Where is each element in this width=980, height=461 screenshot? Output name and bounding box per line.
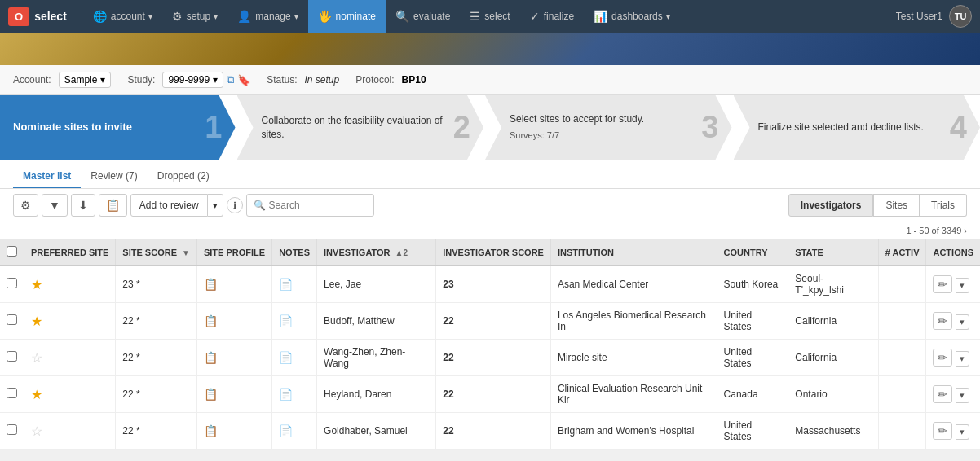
action-edit-btn-4[interactable]: ✏ — [933, 422, 952, 440]
workflow-step-3[interactable]: Select sites to accept for study. Survey… — [485, 95, 732, 160]
study-field: Study: 999-9999 ▾ ⧉ 🔖 — [127, 72, 250, 88]
col-state: STATE — [788, 239, 878, 266]
action-dropdown-btn-3[interactable]: ▾ — [956, 388, 969, 403]
site-profile-icon-0[interactable]: 📋 — [204, 278, 218, 291]
account-dropdown[interactable]: Sample ▾ — [59, 72, 112, 88]
table-row: ★ 22 * 📋 📄 Heyland, Daren 22 Clinical Ev… — [0, 376, 980, 413]
workflow-step-2[interactable]: Collaborate on the feasibility evaluatio… — [237, 95, 484, 160]
row-investigator-1: Budoff, Matthew — [317, 303, 436, 340]
row-state-1: California — [788, 303, 878, 340]
notes-icon-2[interactable]: 📄 — [279, 351, 293, 364]
col-investigator[interactable]: INVESTIGATOR ▲2 — [317, 239, 436, 266]
site-profile-icon-1[interactable]: 📋 — [204, 314, 218, 327]
row-state-3: Ontario — [788, 376, 878, 413]
notes-icon-1[interactable]: 📄 — [279, 314, 293, 327]
nav-setup[interactable]: ⚙ setup ▾ — [162, 0, 227, 33]
row-site-score-1: 22 * — [116, 303, 197, 340]
nav-dashboards[interactable]: 📊 dashboards ▾ — [584, 0, 680, 33]
dashboards-caret-icon: ▾ — [666, 12, 670, 21]
row-checkbox-3[interactable] — [7, 388, 17, 398]
add-review-dropdown-button[interactable]: ▾ — [208, 194, 223, 217]
filter-button[interactable]: ▼ — [42, 194, 68, 217]
workflow-step-1[interactable]: Nominate sites to invite 1 — [0, 95, 236, 160]
nav-account[interactable]: 🌐 account ▾ — [83, 0, 162, 33]
col-site-score[interactable]: SITE SCORE ▼ — [116, 239, 197, 266]
view-toggle: Investigators Sites Trials — [788, 194, 967, 217]
site-profile-icon-2[interactable]: 📋 — [204, 351, 218, 364]
add-review-button[interactable]: Add to review — [130, 194, 208, 217]
status-value: In setup — [305, 74, 340, 86]
action-edit-btn-0[interactable]: ✏ — [933, 275, 952, 293]
filter-settings-button[interactable]: ⚙ — [13, 194, 38, 217]
action-edit-btn-2[interactable]: ✏ — [933, 349, 952, 367]
study-dropdown[interactable]: 999-9999 ▾ — [162, 72, 223, 88]
col-checkbox — [0, 239, 24, 266]
download-button[interactable]: ⬇ — [71, 194, 95, 217]
site-profile-icon-3[interactable]: 📋 — [204, 388, 218, 401]
row-country-2: United States — [717, 340, 788, 376]
row-institution-4: Brigham and Women's Hospital — [550, 413, 717, 450]
preferred-star-icon-1[interactable]: ★ — [31, 314, 42, 328]
account-dropdown-icon: ▾ — [100, 74, 105, 86]
app-brand: select — [34, 10, 67, 23]
workflow-step-4-text: Finalize site selected and decline lists… — [758, 121, 924, 133]
setup-caret-icon: ▾ — [214, 12, 218, 21]
row-inv-score-4: 22 — [436, 413, 551, 450]
info-button[interactable]: ℹ — [227, 197, 243, 213]
action-dropdown-btn-2[interactable]: ▾ — [956, 351, 969, 367]
protocol-field: Protocol: BP10 — [355, 74, 426, 86]
workflow-step-3-sub: Surveys: 7/7 — [510, 130, 693, 142]
action-dropdown-btn-0[interactable]: ▾ — [956, 278, 969, 293]
action-dropdown-btn-4[interactable]: ▾ — [956, 424, 969, 440]
table-header-row: PREFERRED SITE SITE SCORE ▼ SITE PROFILE… — [0, 239, 980, 266]
table-row: ★ 23 * 📋 📄 Lee, Jae 23 Asan Medical Cent… — [0, 266, 980, 303]
workflow-step-4-num: 4 — [950, 110, 967, 145]
nav-evaluate[interactable]: 🔍 evaluate — [386, 0, 460, 33]
select-all-checkbox[interactable] — [7, 246, 17, 257]
copy-button[interactable]: 📋 — [99, 194, 127, 217]
tab-dropped[interactable]: Dropped (2) — [148, 165, 219, 188]
row-checkbox-4[interactable] — [7, 424, 17, 435]
app-logo: O — [8, 7, 29, 26]
row-checkbox-2[interactable] — [7, 351, 17, 362]
row-investigator-2: Wang-Zhen, Zhen-Wang — [317, 340, 436, 376]
nav-finalize[interactable]: ✓ finalize — [520, 0, 584, 33]
row-investigator-4: Goldhaber, Samuel — [317, 413, 436, 450]
preferred-star-icon-0[interactable]: ★ — [31, 278, 42, 292]
search-box[interactable]: 🔍 — [246, 194, 374, 217]
notes-icon-4[interactable]: 📄 — [279, 424, 293, 437]
view-trials-button[interactable]: Trials — [920, 194, 967, 217]
action-dropdown-btn-1[interactable]: ▾ — [956, 314, 969, 330]
view-investigators-button[interactable]: Investigators — [788, 194, 874, 217]
search-input[interactable] — [269, 200, 367, 211]
row-inv-score-2: 22 — [436, 340, 551, 376]
preferred-star-icon-2[interactable]: ☆ — [31, 351, 42, 365]
tab-review[interactable]: Review (7) — [81, 165, 147, 188]
notes-icon-0[interactable]: 📄 — [279, 278, 293, 291]
notes-icon-3[interactable]: 📄 — [279, 388, 293, 401]
workflow-step-4[interactable]: Finalize site selected and decline lists… — [734, 95, 981, 160]
nav-nominate[interactable]: 🖐 nominate — [308, 0, 386, 33]
preferred-star-icon-4[interactable]: ☆ — [31, 424, 42, 438]
nav-manage[interactable]: 👤 manage ▾ — [227, 0, 307, 33]
row-num-active-2 — [878, 340, 926, 376]
row-state-0: Seoul-T'_kpy_lshi — [788, 266, 878, 303]
user-menu[interactable]: Test User1 TU — [896, 5, 972, 28]
site-profile-icon-4[interactable]: 📋 — [204, 424, 218, 437]
row-institution-3: Clinical Evaluation Research Unit Kir — [550, 376, 717, 413]
preferred-star-icon-3[interactable]: ★ — [31, 388, 42, 402]
row-checkbox-1[interactable] — [7, 314, 17, 325]
row-checkbox-0[interactable] — [7, 278, 17, 288]
study-external-link-icon[interactable]: ⧉ — [227, 73, 234, 86]
view-sites-button[interactable]: Sites — [873, 194, 920, 217]
row-preferred-3: ★ — [24, 376, 116, 413]
manage-icon: 👤 — [237, 10, 251, 23]
study-bookmark-icon[interactable]: 🔖 — [237, 74, 250, 86]
account-label: Account: — [13, 74, 51, 86]
nav-select[interactable]: ☰ select — [460, 0, 519, 33]
row-checkbox-cell — [0, 376, 24, 413]
setup-icon: ⚙ — [172, 10, 183, 23]
action-edit-btn-3[interactable]: ✏ — [933, 385, 952, 403]
tab-master-list[interactable]: Master list — [13, 165, 81, 188]
action-edit-btn-1[interactable]: ✏ — [933, 312, 952, 330]
